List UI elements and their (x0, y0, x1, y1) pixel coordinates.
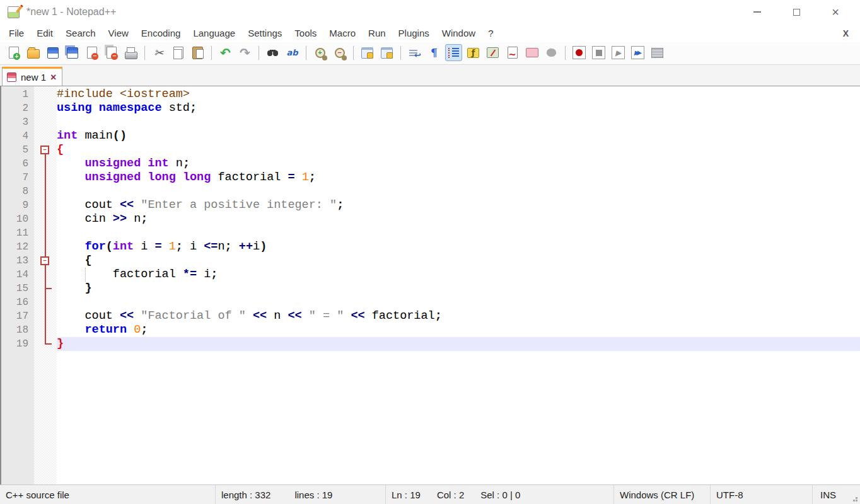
code-line[interactable]: 13– { (1, 254, 860, 268)
line-number[interactable]: 4 (1, 129, 34, 143)
show-all-characters-button[interactable] (426, 44, 443, 61)
line-number[interactable]: 8 (1, 185, 34, 198)
zoom-out-button[interactable] (331, 44, 348, 61)
line-number[interactable]: 11 (1, 226, 34, 240)
fold-collapse-icon[interactable]: – (40, 146, 49, 154)
close-button[interactable] (83, 44, 100, 61)
code-text[interactable]: } (57, 337, 860, 351)
code-line[interactable]: 10 cin >> n; (1, 212, 860, 226)
open-button[interactable] (25, 44, 42, 61)
sync-vertical-button[interactable] (359, 44, 376, 61)
code-line[interactable]: 1#include <iostream> (1, 88, 860, 101)
code-line[interactable]: 11 (1, 226, 860, 240)
line-number[interactable]: 1 (1, 88, 34, 101)
line-number[interactable]: 9 (1, 198, 34, 212)
fold-collapse-icon[interactable]: – (40, 256, 49, 265)
resize-grip[interactable] (856, 500, 857, 501)
macro-stop-button[interactable] (590, 44, 607, 61)
save-button[interactable] (44, 44, 61, 61)
menu-edit[interactable]: Edit (30, 25, 59, 41)
redo-button[interactable] (236, 44, 253, 61)
code-text[interactable]: return 0; (57, 323, 860, 337)
code-text[interactable]: { (57, 143, 860, 157)
copy-button[interactable] (170, 44, 187, 61)
menu-settings[interactable]: Settings (241, 25, 288, 41)
print-button[interactable] (122, 44, 139, 61)
line-number[interactable]: 7 (1, 171, 34, 185)
sync-horizontal-button[interactable] (378, 44, 395, 61)
new-file-button[interactable] (5, 44, 22, 61)
menu-encoding[interactable]: Encoding (135, 25, 187, 41)
code-line[interactable]: 8 (1, 185, 860, 198)
minimize-button[interactable] (743, 3, 772, 21)
code-line[interactable]: 7 unsigned long long factorial = 1; (1, 171, 860, 185)
macro-play-button[interactable] (610, 44, 627, 61)
close-all-button[interactable] (103, 44, 120, 61)
editor-area[interactable]: 1#include <iostream>2using namespace std… (0, 86, 860, 484)
menu-plugins[interactable]: Plugins (392, 25, 436, 41)
folder-as-workspace-button[interactable] (523, 44, 540, 61)
code-line[interactable]: 16 (1, 295, 860, 309)
code-line[interactable]: 6 unsigned int n; (1, 157, 860, 171)
replace-button[interactable] (284, 44, 301, 61)
menu-run[interactable]: Run (362, 25, 392, 41)
paste-button[interactable] (189, 44, 206, 61)
code-line[interactable]: 19} (1, 337, 860, 351)
menu-language[interactable]: Language (187, 25, 241, 41)
line-number[interactable]: 17 (1, 309, 34, 323)
status-encoding[interactable]: UTF-8 (711, 485, 813, 504)
indent-guide-button[interactable] (445, 44, 462, 61)
code-line[interactable]: 15 } (1, 282, 860, 295)
tab-close-icon[interactable]: × (50, 72, 56, 83)
line-number[interactable]: 12 (1, 240, 34, 254)
undo-button[interactable] (217, 44, 234, 61)
macro-run-multiple-button[interactable] (629, 44, 646, 61)
menu-help[interactable]: ? (482, 25, 499, 41)
menu-macro[interactable]: Macro (323, 25, 362, 41)
code-text[interactable] (57, 115, 860, 129)
close-button[interactable]: × (821, 3, 850, 21)
line-number[interactable]: 3 (1, 115, 34, 129)
line-number[interactable]: 18 (1, 323, 34, 337)
code-text[interactable]: factorial *= i; (57, 268, 860, 282)
code-line[interactable]: 2using namespace std; (1, 101, 860, 115)
word-wrap-button[interactable] (406, 44, 423, 61)
maximize-button[interactable] (782, 3, 811, 21)
menu-window[interactable]: Window (436, 25, 482, 41)
line-number[interactable]: 14 (1, 268, 34, 282)
code-text[interactable]: { (57, 254, 860, 268)
cut-button[interactable] (150, 44, 167, 61)
fold-margin[interactable]: – (34, 254, 57, 268)
menu-view[interactable]: View (102, 25, 135, 41)
monitoring-button[interactable] (543, 44, 560, 61)
line-number[interactable]: 2 (1, 101, 34, 115)
find-button[interactable] (264, 44, 281, 61)
line-number[interactable]: 6 (1, 157, 34, 171)
code-text[interactable] (57, 295, 860, 309)
code-text[interactable]: unsigned int n; (57, 157, 860, 171)
line-number[interactable]: 15 (1, 282, 34, 295)
menu-tools[interactable]: Tools (288, 25, 323, 41)
code-line[interactable]: 9 cout << "Enter a positive integer: "; (1, 198, 860, 212)
tab-new-1[interactable]: new 1 × (2, 67, 62, 86)
code-line[interactable]: 14 factorial *= i; (1, 268, 860, 282)
menu-file[interactable]: File (3, 25, 30, 41)
line-number[interactable]: 13 (1, 254, 34, 268)
document-list-button[interactable] (504, 44, 521, 61)
code-text[interactable]: int main() (57, 129, 860, 143)
zoom-in-button[interactable] (311, 44, 328, 61)
code-line[interactable]: 18 return 0; (1, 323, 860, 337)
code-text[interactable]: } (57, 282, 860, 295)
code-line[interactable]: 5–{ (1, 143, 860, 157)
code-line[interactable]: 4int main() (1, 129, 860, 143)
save-all-button[interactable] (64, 44, 81, 61)
menu-search[interactable]: Search (59, 25, 102, 41)
status-eol-format[interactable]: Windows (CR LF) (614, 485, 711, 504)
code-text[interactable]: using namespace std; (57, 101, 860, 115)
code-line[interactable]: 3 (1, 115, 860, 129)
menu-close-document-button[interactable]: X (843, 28, 857, 38)
code-text[interactable]: cout << "Enter a positive integer: "; (57, 198, 860, 212)
code-text[interactable]: cin >> n; (57, 212, 860, 226)
line-number[interactable]: 19 (1, 337, 34, 351)
code-line[interactable]: 17 cout << "Factorial of " << n << " = "… (1, 309, 860, 323)
